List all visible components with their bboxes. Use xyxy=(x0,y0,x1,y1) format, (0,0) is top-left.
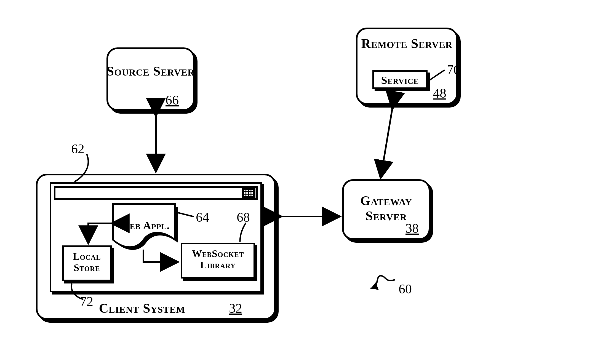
source-server-ref: 66 xyxy=(166,92,179,108)
client-system-ref: 32 xyxy=(229,301,242,316)
local-store-ref: 72 xyxy=(80,294,93,309)
service-label: Service xyxy=(372,74,428,87)
gateway-server-ref: 38 xyxy=(405,221,419,236)
url-bar xyxy=(54,186,258,200)
source-server-box xyxy=(106,47,195,111)
remote-server-ref: 48 xyxy=(433,85,446,101)
web-appl-label: Web Appl. xyxy=(113,219,175,232)
gateway-server-label: Gateway Server xyxy=(342,193,430,223)
client-system-label: Client System xyxy=(83,301,201,316)
web-appl-ref: 64 xyxy=(196,210,209,225)
svg-marker-0 xyxy=(371,282,379,290)
local-store-label: Local Store xyxy=(62,251,112,274)
svg-line-2 xyxy=(381,109,392,178)
source-server-label: Source Server xyxy=(106,63,195,79)
websocket-label: WebSocket Library xyxy=(181,248,255,271)
url-bar-button xyxy=(242,188,255,198)
remote-server-label: Remote Server xyxy=(356,36,458,51)
diagram-canvas: Source Server 66 Remote Server 48 Servic… xyxy=(0,0,611,364)
websocket-ref: 68 xyxy=(237,210,250,225)
service-ref: 70 xyxy=(447,62,460,77)
figure-ref: 60 xyxy=(399,281,412,296)
client-lead-ref: 62 xyxy=(71,141,84,156)
